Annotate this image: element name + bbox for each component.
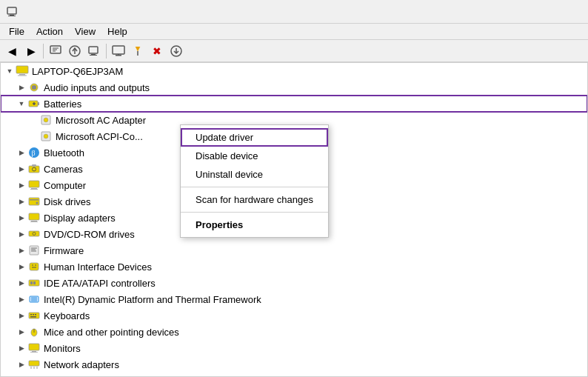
svg-point-25 [44,118,48,122]
expand-icon[interactable]: ▶ [16,342,27,354]
svg-rect-41 [30,221,38,222]
menu-bar: FileActionViewHelp [0,24,588,40]
expand-icon[interactable]: ▶ [16,277,27,289]
forward-button[interactable]: ▶ [22,42,40,60]
expand-icon[interactable]: ▶ [16,196,27,207]
window-controls [477,0,582,24]
expand-icon[interactable]: ▶ [16,293,27,305]
toolbar-separator-2 [106,44,107,59]
svg-rect-39 [29,213,39,220]
minimize-button[interactable] [477,0,511,24]
item-label-bluetooth: Bluetooth [44,147,84,159]
svg-rect-69 [29,361,39,366]
back-button[interactable]: ◀ [3,42,21,60]
tree-item-mice[interactable]: ▶ Mice and other pointing devices [1,324,587,340]
scan-hardware-button[interactable] [85,42,103,60]
svg-rect-17 [19,74,25,76]
expand-icon[interactable]: ▶ [16,358,27,370]
item-label-mice: Mice and other pointing devices [44,327,179,338]
tree-item-batteries[interactable]: ▼ Batteries [1,96,587,112]
svg-rect-53 [30,281,33,284]
expand-icon[interactable]: ▶ [16,147,27,159]
item-icon-ms-ac [39,113,53,127]
toolbar: ◀ ▶ ✖ [0,40,588,62]
expand-icon[interactable]: ▶ [16,261,27,273]
item-icon-dvd [27,227,41,241]
close-button[interactable] [548,0,582,24]
item-icon-ms-acpi [39,130,53,143]
svg-rect-37 [30,199,39,201]
tree-item-hid[interactable]: ▶ Human Interface Devices [1,258,587,275]
svg-rect-36 [29,198,39,205]
svg-rect-18 [18,76,27,76]
properties-button[interactable] [47,42,64,60]
root-expand[interactable]: ▼ [4,65,16,77]
menu-item-action[interactable]: Action [30,24,69,39]
context-menu-item-update-driver[interactable]: Update driver [181,128,328,147]
item-icon-bluetooth: β [27,146,41,159]
svg-rect-59 [29,313,39,318]
context-menu-separator [181,187,328,187]
context-menu-item-scan-hardware[interactable]: Scan for hardware changes [181,190,328,209]
svg-rect-44 [30,246,39,255]
item-label-dvd: DVD/CD-ROM drives [44,229,135,240]
remove-button[interactable]: ✖ [148,42,166,60]
svg-text:β: β [32,149,36,157]
update-driver-button[interactable] [66,42,84,60]
item-label-ms-acpi: Microsoft ACPI-Co... [56,131,143,142]
tree-item-monitors[interactable]: ▶ Monitors [1,340,587,356]
context-menu-item-uninstall-device[interactable]: Uninstall device [181,165,328,184]
expand-icon[interactable]: ▼ [16,98,27,110]
item-icon-monitors [27,341,41,355]
item-icon-audio [27,81,41,94]
svg-rect-48 [30,263,39,270]
expand-icon[interactable]: ▶ [16,310,27,321]
item-label-firmware: Firmware [44,245,84,256]
svg-rect-33 [29,181,39,187]
toolbar-separator-1 [43,44,44,59]
svg-rect-35 [30,189,38,190]
item-icon-disk [27,195,41,208]
expand-icon[interactable]: ▶ [16,212,27,224]
context-menu-item-properties[interactable]: Properties [181,216,328,234]
svg-rect-62 [35,314,36,316]
item-icon-intel [27,293,41,306]
tree-item-audio[interactable]: ▶ Audio inputs and outputs [1,79,587,96]
item-label-hid: Human Interface Devices [44,261,152,273]
power-button[interactable] [129,42,147,60]
item-label-batteries: Batteries [44,99,81,110]
tree-root[interactable]: ▼ LAPTOP-Q6EJP3AM [1,63,587,79]
title-bar [0,0,588,24]
item-label-network: Network adapters [44,359,119,370]
menu-item-help[interactable]: Help [101,24,133,39]
item-icon-computer [27,179,41,192]
item-icon-keyboards [27,309,41,322]
expand-icon[interactable]: ▶ [16,179,27,191]
maximize-button[interactable] [512,0,547,24]
context-menu-item-disable-device[interactable]: Disable device [181,147,328,165]
item-label-ide: IDE ATA/ATAPI controllers [44,278,156,289]
svg-rect-61 [33,314,34,316]
tree-item-ide[interactable]: ▶ IDE ATA/ATAPI controllers [1,275,587,291]
tree-item-firmware[interactable]: ▶ Firmware [1,242,587,258]
context-menu-separator [181,212,328,213]
expand-icon[interactable]: ▶ [16,228,27,240]
item-label-keyboards: Keyboards [44,310,90,321]
svg-rect-16 [16,66,28,73]
expand-icon[interactable]: ▶ [16,244,27,256]
svg-rect-63 [30,316,36,318]
tree-item-keyboards[interactable]: ▶ Keyboards [1,307,587,324]
expand-icon[interactable]: ▶ [16,163,27,175]
menu-item-view[interactable]: View [69,24,101,39]
menu-item-file[interactable]: File [3,24,30,39]
context-menu: Update driverDisable deviceUninstall dev… [180,124,329,238]
svg-rect-21 [38,102,39,105]
download-button[interactable] [167,42,185,60]
expand-icon[interactable]: ▶ [16,326,27,338]
tree-item-intel[interactable]: ▶ Intel(R) Dynamic Platform and Thermal … [1,291,587,307]
monitor-button[interactable] [110,42,127,60]
item-icon-cameras [27,162,41,176]
tree-item-network[interactable]: ▶ Network adapters [1,356,587,373]
svg-rect-42 [29,231,39,236]
expand-icon[interactable]: ▶ [16,81,27,93]
